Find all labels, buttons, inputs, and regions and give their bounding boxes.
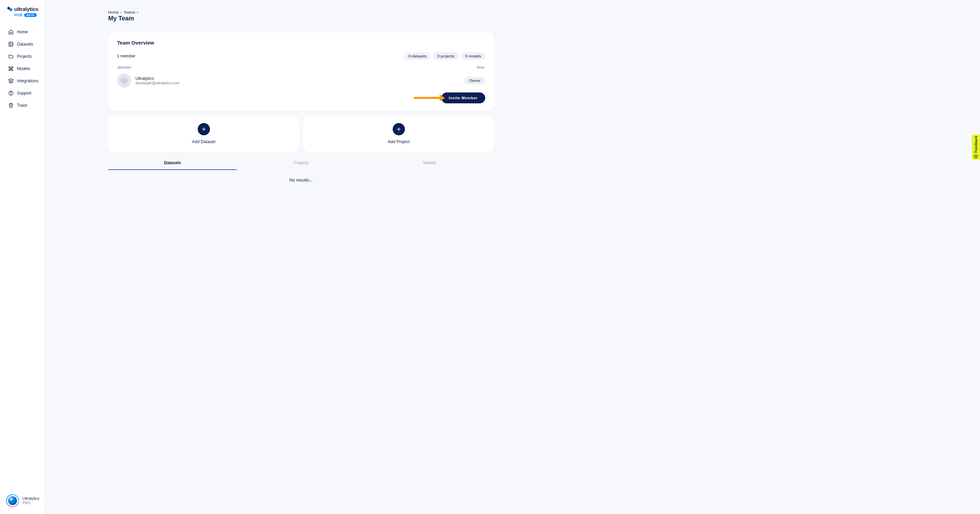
- role-badge: Owner: [464, 77, 485, 84]
- add-dataset-label: Add Dataset: [192, 140, 215, 144]
- image-icon: [8, 41, 14, 47]
- plus-icon: [393, 123, 405, 135]
- sidebar-item-label: Models: [17, 66, 30, 71]
- brand-hub: HUB: [14, 13, 23, 17]
- sidebar-item-label: Home: [17, 30, 28, 34]
- sidebar-item-trash[interactable]: Trash: [0, 99, 45, 111]
- logo-mark-icon: [7, 6, 13, 12]
- sidebar-item-label: Integrations: [17, 79, 38, 83]
- svg-point-6: [11, 94, 11, 95]
- svg-point-0: [8, 7, 10, 10]
- stat-datasets: 0 datasets: [404, 52, 430, 60]
- sidebar-item-models[interactable]: Models: [0, 63, 45, 75]
- sidebar-nav: Home Datasets Projects Models Integratio…: [0, 26, 45, 111]
- sidebar: ultralytics HUB BETA Home Datasets Proje…: [0, 0, 45, 271]
- tabs: Datasets Projects Models: [108, 157, 494, 170]
- sidebar-item-label: Trash: [17, 103, 27, 108]
- folder-icon: [8, 54, 14, 59]
- member-count: 1 member: [117, 54, 135, 59]
- svg-marker-4: [8, 79, 13, 81]
- add-cards-row: Add Dataset Add Project: [108, 116, 494, 152]
- svg-point-1: [10, 8, 13, 11]
- empty-results: No results...: [108, 170, 494, 190]
- stat-projects: 0 projects: [433, 52, 458, 60]
- sidebar-item-integrations[interactable]: Integrations: [0, 75, 45, 87]
- trash-icon: [8, 103, 14, 108]
- svg-point-3: [10, 43, 11, 44]
- brand-logo[interactable]: ultralytics HUB BETA: [0, 0, 45, 20]
- member-row: Ultralytics developer@ultralytics.com Ow…: [117, 72, 485, 92]
- member-email: developer@ultralytics.com: [135, 81, 179, 85]
- command-icon: [8, 66, 14, 71]
- layers-icon: [8, 78, 14, 84]
- card-title: Team Overview: [117, 40, 485, 46]
- sidebar-item-projects[interactable]: Projects: [0, 50, 45, 63]
- breadcrumb-sep: >: [137, 10, 139, 14]
- breadcrumb-sep: >: [120, 10, 123, 14]
- add-project-card[interactable]: Add Project: [303, 116, 494, 152]
- add-project-label: Add Project: [388, 140, 410, 144]
- stat-models: 0 models: [461, 52, 485, 60]
- breadcrumb: Home > Teams >: [108, 10, 494, 14]
- sidebar-item-home[interactable]: Home: [0, 26, 45, 38]
- plus-icon: [198, 123, 210, 135]
- tab-projects[interactable]: Projects: [237, 157, 366, 170]
- sidebar-item-label: Support: [17, 91, 31, 95]
- col-role: Role: [477, 65, 485, 69]
- beta-badge: BETA: [24, 13, 37, 17]
- sidebar-item-datasets[interactable]: Datasets: [0, 38, 45, 50]
- sidebar-item-label: Datasets: [17, 42, 33, 47]
- sidebar-item-label: Projects: [17, 54, 32, 59]
- breadcrumb-teams[interactable]: Teams: [124, 10, 135, 14]
- team-overview-card: Team Overview 1 member 0 datasets 0 proj…: [108, 32, 494, 111]
- member-avatar: [117, 73, 131, 88]
- member-name: Ultralytics: [135, 76, 179, 81]
- stat-pills: 0 datasets 0 projects 0 models: [404, 52, 485, 60]
- brand-name: ultralytics: [14, 6, 38, 12]
- tab-models[interactable]: Models: [366, 157, 494, 170]
- arrow-annotation: [414, 95, 445, 101]
- main-content: Home > Teams > My Team Team Overview 1 m…: [45, 0, 514, 200]
- add-dataset-card[interactable]: Add Dataset: [108, 116, 299, 152]
- member-table-header: Member Role: [117, 65, 485, 69]
- sidebar-item-support[interactable]: Support: [0, 87, 45, 99]
- page-title: My Team: [108, 15, 494, 22]
- invite-member-button[interactable]: Invite Member: [441, 92, 485, 103]
- breadcrumb-home[interactable]: Home: [108, 10, 119, 14]
- home-icon: [8, 29, 14, 35]
- col-member: Member: [118, 65, 131, 69]
- help-icon: [8, 90, 14, 96]
- tab-datasets[interactable]: Datasets: [108, 157, 237, 170]
